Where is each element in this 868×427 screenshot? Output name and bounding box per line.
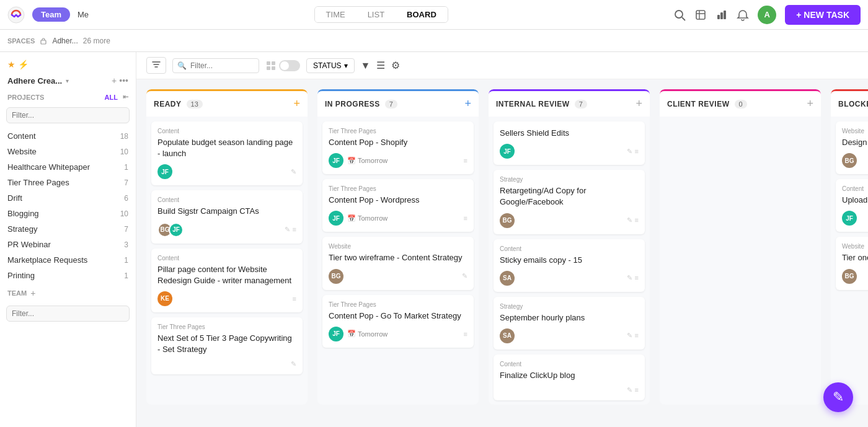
pencil-icon[interactable]: ✎ [462,272,467,280]
task-card[interactable]: Tier Three PagesNext Set of 5 Tier 3 Pag… [151,317,303,374]
sidebar-item-drift[interactable]: Drift 6 [0,190,136,206]
adhere-link[interactable]: Adher... [52,37,78,45]
card-footer: JF [842,211,868,226]
column-add-button[interactable]: + [293,97,300,110]
toggle-thumb [280,61,289,70]
sidebar-item-website[interactable]: Website 10 [0,144,136,159]
team-button[interactable]: Team [32,7,70,22]
new-task-button[interactable]: + NEW TASK [785,5,861,25]
task-card[interactable]: ContentSticky emails copy - 15SA✎≡ [494,239,645,292]
bars-icon[interactable]: ≡ [464,157,467,164]
task-card[interactable]: WebsiteTier two wireframe - Content Stra… [322,237,474,289]
column-count: 13 [187,100,203,108]
sidebar-item-pr-webinar[interactable]: PR Webinar 3 [0,237,136,252]
tab-time[interactable]: TIME [315,7,356,22]
svg-rect-8 [267,61,270,65]
more-link[interactable]: 26 more [83,37,110,45]
workspace-more-button[interactable]: ••• [119,76,128,86]
task-card[interactable]: WebsiteTier one ser... tent popula...BG [836,237,868,289]
fab-button[interactable]: ✎ [823,382,853,412]
bars-icon[interactable]: ≡ [635,274,639,282]
me-label[interactable]: Me [78,10,89,19]
logo[interactable] [7,6,25,24]
sidebar-item-tier-three-pages[interactable]: Tier Three Pages 7 [0,175,136,190]
sidebar-item-blogging[interactable]: Blogging 10 [0,206,136,221]
cube-icon[interactable] [694,9,707,21]
user-avatar[interactable]: A [758,6,776,24]
notification-icon[interactable] [737,9,749,21]
sidebar-team-filter[interactable] [0,303,136,327]
card-label: Tier Three Pages [329,301,467,308]
workspace-add-button[interactable]: + [112,76,117,86]
search-icon[interactable] [673,9,686,21]
bars-icon[interactable]: ≡ [464,330,467,338]
pencil-icon[interactable]: ✎ [291,360,296,368]
chevron-icon: ▾ [344,61,348,70]
sidebar-item-label: Website [7,147,37,156]
column-add-button[interactable]: + [464,97,471,110]
sort-button[interactable] [146,57,166,74]
sidebar-item-count: 6 [124,194,128,203]
all-projects-link[interactable]: All [105,94,118,101]
column-title: INTERNAL REVIEW [496,100,570,108]
card-label: Strategy [500,176,639,183]
card-actions: ≡ [464,214,467,222]
task-card[interactable]: Tier Three PagesContent Pop - ShopifyJF📅… [322,121,474,174]
task-card[interactable]: ContentPopulate budget season landing pa… [151,121,303,185]
bars-icon[interactable]: ≡ [635,332,639,340]
task-card[interactable]: Tier Three PagesContent Pop - WordpressJ… [322,179,474,232]
sidebar-filter[interactable] [0,105,136,128]
column-add-button[interactable]: + [636,97,642,110]
task-card[interactable]: StrategyRetargeting/Ad Copy for Google/F… [494,170,645,234]
sidebar-item-healthcare-whitepaper[interactable]: Healthcare Whitepaper 1 [0,159,136,175]
board-settings-button[interactable]: ⚙ [391,59,400,71]
task-card[interactable]: StrategySeptember hourly plansSA✎≡ [494,297,645,350]
task-card[interactable]: ContentFinalize ClickUp blog✎≡ [494,354,645,400]
status-filter-button[interactable]: STATUS ▾ [306,58,355,73]
task-card[interactable]: ContentBuild Sigstr Campaign CTAsBGJF✎≡ [151,190,303,243]
bars-icon[interactable]: ≡ [635,386,639,394]
sidebar-filter-input[interactable] [6,107,130,123]
sidebar-item-marketplace-requests[interactable]: Marketplace Requests 1 [0,252,136,268]
filter-wrap: 🔍 [172,58,259,73]
view-layout-button[interactable]: ☰ [376,59,385,71]
bars-icon[interactable]: ≡ [464,214,467,222]
task-card[interactable]: ContentPillar page content for Website R… [151,249,303,312]
task-card[interactable]: Sellers Shield EditsJF✎≡ [494,121,645,165]
team-add-button[interactable]: + [30,288,35,298]
pencil-icon[interactable]: ✎ [291,168,296,176]
bars-icon[interactable]: ≡ [635,216,639,224]
card-footer: KE≡ [157,291,296,306]
card-label: Content [500,361,639,368]
column-header-client-review: CLIENT REVIEW 0 + [660,89,821,117]
tab-board[interactable]: BOARD [396,7,448,22]
pencil-icon[interactable]: ✎ [285,226,290,234]
pencil-icon[interactable]: ✎ [627,386,632,394]
task-card[interactable]: ContentUpload next spot templa...JF [836,179,868,232]
collapse-icon[interactable]: ⇤ [123,93,128,101]
chart-icon[interactable] [715,9,728,21]
sidebar-item-printing[interactable]: Printing 1 [0,268,136,283]
sidebar-team-filter-input[interactable] [6,306,130,322]
bars-icon[interactable]: ≡ [293,295,296,302]
toggle-track[interactable] [279,60,300,71]
bars-icon[interactable]: ≡ [293,226,296,234]
card-label: Content [157,196,296,203]
task-card[interactable]: WebsiteDesign our w...BG [836,121,868,174]
column-add-button[interactable]: + [807,97,813,110]
bars-icon[interactable]: ≡ [635,147,639,156]
pencil-icon[interactable]: ✎ [627,216,632,224]
pencil-icon[interactable]: ✎ [627,274,632,282]
card-title: Sellers Shield Edits [500,128,639,139]
sidebar-item-content[interactable]: Content 18 [0,128,136,144]
column-body-blocked: WebsiteDesign our w...BGContentUpload ne… [831,117,868,405]
tab-list[interactable]: LIST [356,7,396,22]
task-card[interactable]: Tier Three PagesContent Pop - Go To Mark… [322,295,474,348]
workspace-header[interactable]: Adhere Crea... ▾ + ••• [0,72,136,89]
user-avatar-group[interactable]: A [758,6,776,24]
pencil-icon[interactable]: ✎ [627,332,632,340]
funnel-filter-button[interactable]: ▼ [361,60,371,71]
card-due-date: 📅 Tomorrow [347,330,388,338]
sidebar-item-strategy[interactable]: Strategy 7 [0,221,136,237]
pencil-icon[interactable]: ✎ [627,147,632,156]
